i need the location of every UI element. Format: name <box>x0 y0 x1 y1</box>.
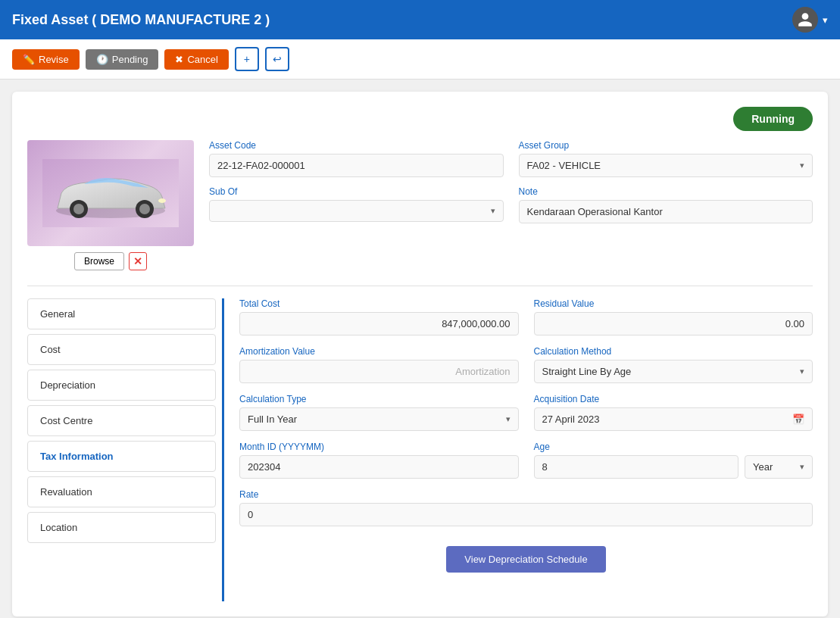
calc-type-label: Calculation Type <box>239 394 519 404</box>
age-row: 8 Year ▾ <box>534 455 813 479</box>
age-unit-chevron-icon: ▾ <box>800 462 804 472</box>
sidebar-item-tax-information[interactable]: Tax Information <box>27 441 216 472</box>
row-rate: Rate 0 <box>239 489 813 526</box>
page-title: Fixed Asset ( DEMO MANUFACTURE 2 ) <box>12 12 270 28</box>
total-cost-label: Total Cost <box>239 298 519 309</box>
rate-input[interactable]: 0 <box>239 503 813 526</box>
asset-group-group: Asset Group FA02 - VEHICLE ▾ <box>519 140 813 177</box>
asset-group-select[interactable]: FA02 - VEHICLE ▾ <box>519 154 813 177</box>
asset-card: Running <box>12 92 828 616</box>
cancel-icon: ✖ <box>175 54 183 65</box>
calc-method-select[interactable]: Straight Line By Age ▾ <box>534 360 813 383</box>
rate-label: Rate <box>239 489 813 500</box>
age-input[interactable]: 8 <box>534 455 739 479</box>
view-btn-row: View Depreciation Schedule <box>239 540 813 573</box>
row-total-cost: Total Cost 847,000,000.00 Residual Value… <box>239 298 813 336</box>
user-avatar <box>792 7 818 33</box>
rate-group: Rate 0 <box>239 489 813 526</box>
svg-point-3 <box>73 204 84 214</box>
status-row: Running <box>27 107 813 131</box>
total-cost-input[interactable]: 847,000,000.00 <box>239 312 519 336</box>
row-amort-calcmethod: Amortization Value Amortization Calculat… <box>239 346 813 383</box>
subof-select[interactable]: ▾ <box>209 200 504 222</box>
main-content: Running <box>0 80 840 618</box>
form-area: Total Cost 847,000,000.00 Residual Value… <box>224 298 813 601</box>
calc-method-group: Calculation Method Straight Line By Age … <box>534 346 813 383</box>
sidebar-item-revaluation[interactable]: Revaluation <box>27 476 216 507</box>
asset-code-input[interactable]: 22-12-FA02-000001 <box>209 154 504 177</box>
month-id-group: Month ID (YYYYMM) 202304 <box>239 442 519 479</box>
asset-fields-grid: Asset Code 22-12-FA02-000001 Asset Group… <box>209 140 813 223</box>
month-id-label: Month ID (YYYYMM) <box>239 442 519 452</box>
residual-value-label: Residual Value <box>534 298 813 309</box>
residual-value-input[interactable]: 0.00 <box>534 312 813 336</box>
acq-date-group: Acquisition Date 27 April 2023 📅 <box>534 394 813 431</box>
calc-method-chevron-icon: ▾ <box>800 367 804 376</box>
add-icon: + <box>244 53 250 65</box>
revise-icon: ✏️ <box>23 54 35 65</box>
subof-group: Sub Of ▾ <box>209 186 504 223</box>
pending-button[interactable]: 🕐 Pending <box>86 49 159 70</box>
section-divider <box>27 286 813 286</box>
calendar-icon: 📅 <box>792 414 804 425</box>
month-id-input[interactable]: 202304 <box>239 455 519 479</box>
amortization-group: Amortization Value Amortization <box>239 346 519 383</box>
pending-icon: 🕐 <box>96 54 108 65</box>
calc-method-label: Calculation Method <box>534 346 813 357</box>
acq-date-input[interactable]: 27 April 2023 📅 <box>534 407 813 431</box>
browse-row: Browse ✕ <box>74 252 147 270</box>
row-calctype-acqdate: Calculation Type Full In Year ▾ Acquisit… <box>239 394 813 431</box>
sidebar-item-location[interactable]: Location <box>27 512 216 543</box>
age-unit-select[interactable]: Year ▾ <box>745 455 813 479</box>
amortization-input[interactable]: Amortization <box>239 360 519 383</box>
asset-top-section: Browse ✕ Asset Code 22-12-FA02-000001 As… <box>27 140 813 270</box>
sidebar-item-cost-centre[interactable]: Cost Centre <box>27 405 216 436</box>
add-button[interactable]: + <box>235 47 259 71</box>
user-dropdown-arrow: ▾ <box>823 14 828 26</box>
back-icon: ↩ <box>273 53 282 65</box>
svg-point-5 <box>139 204 150 214</box>
subof-chevron-icon: ▾ <box>491 206 495 216</box>
asset-group-label: Asset Group <box>519 140 813 151</box>
browse-button[interactable]: Browse <box>74 252 124 270</box>
age-group: Age 8 Year ▾ <box>534 442 813 479</box>
calc-type-chevron-icon: ▾ <box>506 414 511 424</box>
calc-type-group: Calculation Type Full In Year ▾ <box>239 394 519 431</box>
sidebar-item-general[interactable]: General <box>27 298 216 329</box>
back-button[interactable]: ↩ <box>265 47 289 71</box>
topbar: Fixed Asset ( DEMO MANUFACTURE 2 ) ▾ <box>0 0 840 39</box>
asset-code-group: Asset Code 22-12-FA02-000001 <box>209 140 504 177</box>
residual-value-group: Residual Value 0.00 <box>534 298 813 336</box>
acq-date-label: Acquisition Date <box>534 394 813 404</box>
subof-label: Sub Of <box>209 186 504 197</box>
note-input[interactable]: Kendaraan Operasional Kantor <box>519 200 813 223</box>
sidebar-item-cost[interactable]: Cost <box>27 334 216 365</box>
asset-fields-area: Asset Code 22-12-FA02-000001 Asset Group… <box>209 140 813 223</box>
row-monthid-age: Month ID (YYYYMM) 202304 Age 8 Year ▾ <box>239 442 813 479</box>
note-label: Note <box>519 186 813 197</box>
car-illustration <box>42 159 179 227</box>
toolbar: ✏️ Revise 🕐 Pending ✖ Cancel + ↩ <box>0 39 840 80</box>
asset-code-label: Asset Code <box>209 140 504 151</box>
status-badge: Running <box>733 107 813 131</box>
cancel-button[interactable]: ✖ Cancel <box>164 49 228 70</box>
amortization-label: Amortization Value <box>239 346 519 357</box>
group-chevron-icon: ▾ <box>800 161 804 170</box>
view-depreciation-schedule-button[interactable]: View Depreciation Schedule <box>446 546 605 573</box>
sidebar-item-depreciation[interactable]: Depreciation <box>27 370 216 401</box>
body-section: General Cost Depreciation Cost Centre Ta… <box>27 298 813 601</box>
age-label: Age <box>534 442 813 452</box>
revise-button[interactable]: ✏️ Revise <box>12 49 80 70</box>
total-cost-group: Total Cost 847,000,000.00 <box>239 298 519 336</box>
svg-point-6 <box>158 198 166 203</box>
note-group: Note Kendaraan Operasional Kantor <box>519 186 813 223</box>
sidebar: General Cost Depreciation Cost Centre Ta… <box>27 298 224 601</box>
asset-image-area: Browse ✕ <box>27 140 194 270</box>
asset-image <box>27 140 194 246</box>
calc-type-select[interactable]: Full In Year ▾ <box>239 407 519 431</box>
user-menu[interactable]: ▾ <box>792 7 828 33</box>
remove-image-button[interactable]: ✕ <box>129 252 147 270</box>
